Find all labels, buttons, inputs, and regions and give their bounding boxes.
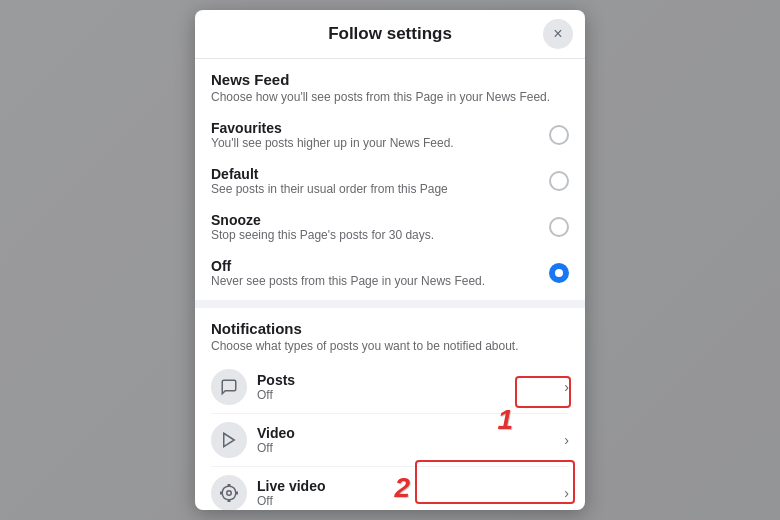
option-off-radio[interactable] [549,263,569,283]
posts-sub: Off [257,388,556,402]
video-chevron-icon: › [564,432,569,448]
option-off-sub: Never see posts from this Page in your N… [211,274,537,288]
modal-backdrop: Follow settings × News Feed Choose how y… [0,0,780,520]
option-favourites-label: Favourites [211,120,537,136]
posts-icon [211,369,247,405]
live-video-icon [211,475,247,510]
video-sub: Off [257,441,556,455]
option-snooze[interactable]: Snooze Stop seeing this Page's posts for… [211,204,569,250]
svg-marker-0 [224,433,235,447]
modal-body: News Feed Choose how you'll see posts fr… [195,59,585,510]
option-snooze-sub: Stop seeing this Page's posts for 30 day… [211,228,537,242]
video-icon [211,422,247,458]
option-default[interactable]: Default See posts in their usual order f… [211,158,569,204]
option-snooze-radio[interactable] [549,217,569,237]
option-default-radio[interactable] [549,171,569,191]
option-favourites-sub: You'll see posts higher up in your News … [211,136,537,150]
option-default-sub: See posts in their usual order from this… [211,182,537,196]
follow-settings-modal: Follow settings × News Feed Choose how y… [195,10,585,510]
option-default-label: Default [211,166,537,182]
number-label-1: 1 [497,404,513,436]
number-label-2: 2 [394,472,410,504]
news-feed-title: News Feed [211,71,569,88]
modal-close-button[interactable]: × [543,19,573,49]
option-favourites-radio[interactable] [549,125,569,145]
section-divider [195,300,585,308]
notifications-desc: Choose what types of posts you want to b… [211,339,569,353]
posts-chevron-icon: › [564,379,569,395]
modal-title: Follow settings [328,24,452,44]
notifications-title: Notifications [211,320,569,337]
posts-label: Posts [257,372,556,388]
option-favourites[interactable]: Favourites You'll see posts higher up in… [211,112,569,158]
option-snooze-label: Snooze [211,212,537,228]
notif-posts[interactable]: Posts Off › [211,361,569,414]
notifications-section: Notifications Choose what types of posts… [195,308,585,510]
option-off-label: Off [211,258,537,274]
news-feed-desc: Choose how you'll see posts from this Pa… [211,90,569,104]
notif-live-video[interactable]: Live video Off › [211,467,569,510]
option-off[interactable]: Off Never see posts from this Page in yo… [211,250,569,296]
modal-header: Follow settings × [195,10,585,59]
svg-point-1 [227,491,232,496]
modal-wrapper: Follow settings × News Feed Choose how y… [195,10,585,510]
live-video-chevron-icon: › [564,485,569,501]
notif-video[interactable]: Video Off › [211,414,569,467]
news-feed-section: News Feed Choose how you'll see posts fr… [195,59,585,300]
